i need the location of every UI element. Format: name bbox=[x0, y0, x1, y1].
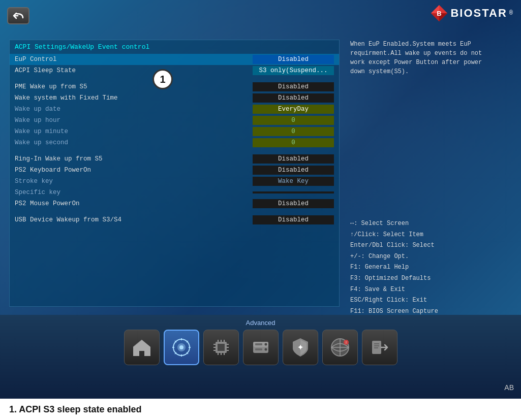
setting-row-ring[interactable]: Ring-In Wake up from S5 Disabled bbox=[10, 153, 339, 165]
back-button[interactable] bbox=[7, 7, 29, 24]
setting-row-stroke[interactable]: Stroke key Wake Key bbox=[10, 176, 339, 187]
setting-row-wake-minute[interactable]: Wake up minute 0 bbox=[10, 126, 339, 137]
tab-chipset[interactable] bbox=[203, 330, 239, 365]
setting-row-ps2-kbd[interactable]: PS2 Keyboard PowerOn Disabled bbox=[10, 165, 339, 176]
label-eup: EuP Control bbox=[15, 56, 253, 63]
svg-point-9 bbox=[179, 345, 183, 349]
tab-network[interactable]: ! bbox=[322, 330, 358, 365]
bios-screen: B BIOSTAR ® ACPI Settings/WakeUp Event c… bbox=[0, 0, 521, 315]
setting-row-acpi-sleep[interactable]: ACPI Sleep State S3 only(Suspend... bbox=[10, 65, 339, 76]
divider-3 bbox=[10, 209, 339, 214]
tab-exit[interactable] bbox=[362, 330, 397, 365]
main-panel: ACPI Settings/WakeUp Event control EuP C… bbox=[9, 40, 340, 307]
svg-text:B: B bbox=[437, 10, 442, 17]
value-pme: Disabled bbox=[253, 82, 334, 91]
label-usb-wake: USB Device Wakeup from S3/S4 bbox=[15, 216, 253, 223]
label-wake-date: Wake up date bbox=[15, 106, 253, 113]
svg-rect-29 bbox=[255, 348, 262, 350]
label-pme: PME Wake up from S5 bbox=[15, 83, 253, 90]
ab-badge: AB bbox=[504, 383, 514, 392]
setting-row-specific[interactable]: Specific key bbox=[10, 187, 339, 198]
label-wake-minute: Wake up minute bbox=[15, 128, 253, 135]
value-usb-wake: Disabled bbox=[253, 215, 334, 224]
value-wake-minute: 0 bbox=[253, 127, 334, 136]
value-stroke: Wake Key bbox=[253, 177, 334, 186]
tab-bar: Advanced bbox=[0, 315, 521, 399]
setting-row-pme[interactable]: PME Wake up from S5 Disabled bbox=[10, 81, 339, 92]
tab-icons-row: ✦ ! bbox=[124, 330, 397, 365]
value-ring: Disabled bbox=[253, 154, 334, 164]
value-wake-date: EveryDay bbox=[253, 105, 334, 114]
biostar-logo: B BIOSTAR ® bbox=[430, 4, 513, 22]
value-wake-second: 0 bbox=[253, 138, 334, 147]
setting-row-wake-date[interactable]: Wake up date EveryDay bbox=[10, 104, 339, 115]
right-panel: When EuP Enabled.System meets EuPrequirm… bbox=[350, 40, 513, 315]
label-specific: Specific key bbox=[15, 189, 253, 196]
value-ps2-mouse: Disabled bbox=[253, 199, 334, 208]
label-wake-second: Wake up second bbox=[15, 139, 253, 146]
panel-title: ACPI Settings/WakeUp Event control bbox=[10, 40, 339, 54]
divider-1 bbox=[10, 76, 339, 81]
svg-rect-28 bbox=[255, 343, 262, 345]
value-wake-fixed: Disabled bbox=[253, 93, 334, 103]
label-acpi-sleep: ACPI Sleep State bbox=[15, 67, 253, 74]
setting-row-wake-second[interactable]: Wake up second 0 bbox=[10, 137, 339, 148]
svg-point-26 bbox=[264, 343, 267, 346]
svg-text:✦: ✦ bbox=[297, 343, 303, 351]
settings-area: EuP Control Disabled ACPI Sleep State S3… bbox=[10, 54, 339, 225]
label-ps2-kbd: PS2 Keyboard PowerOn bbox=[15, 167, 253, 174]
trademark: ® bbox=[509, 10, 513, 17]
keys-text: ↔: Select Screen ↑/Click: Select Item En… bbox=[350, 218, 513, 315]
tab-section-label: Advanced bbox=[246, 319, 275, 327]
value-eup: Disabled bbox=[253, 55, 334, 64]
value-ps2-kbd: Disabled bbox=[253, 166, 334, 175]
svg-rect-36 bbox=[372, 341, 381, 354]
setting-row-eup[interactable]: EuP Control Disabled bbox=[10, 54, 339, 65]
caption-text: 1. ACPI S3 sleep state enabled bbox=[9, 404, 141, 415]
value-wake-hour: 0 bbox=[253, 116, 334, 125]
divider-2 bbox=[10, 148, 339, 153]
setting-row-wake-fixed[interactable]: Wake system with Fixed Time Disabled bbox=[10, 92, 339, 104]
value-acpi-sleep: S3 only(Suspend... bbox=[253, 66, 334, 75]
svg-text:!: ! bbox=[346, 341, 347, 344]
label-stroke: Stroke key bbox=[15, 178, 253, 185]
tab-security[interactable]: ✦ bbox=[283, 330, 318, 365]
logo-text: BIOSTAR bbox=[450, 7, 507, 20]
setting-row-ps2-mouse[interactable]: PS2 Mouse PowerOn Disabled bbox=[10, 198, 339, 209]
label-ps2-mouse: PS2 Mouse PowerOn bbox=[15, 200, 253, 207]
label-ring: Ring-In Wake up from S5 bbox=[15, 155, 253, 163]
label-wake-fixed: Wake system with Fixed Time bbox=[15, 94, 253, 102]
circle-number: 1 bbox=[152, 69, 173, 89]
help-text: When EuP Enabled.System meets EuPrequirm… bbox=[350, 40, 513, 76]
value-specific bbox=[253, 191, 334, 193]
tab-storage[interactable] bbox=[243, 330, 279, 365]
tab-advanced[interactable] bbox=[164, 330, 199, 365]
svg-point-27 bbox=[264, 348, 267, 351]
label-wake-hour: Wake up hour bbox=[15, 117, 253, 124]
setting-row-wake-hour[interactable]: Wake up hour 0 bbox=[10, 115, 339, 126]
tab-home[interactable] bbox=[124, 330, 160, 365]
setting-row-usb-wake[interactable]: USB Device Wakeup from S3/S4 Disabled bbox=[10, 214, 339, 225]
svg-rect-11 bbox=[218, 344, 225, 351]
bottom-caption: 1. ACPI S3 sleep state enabled bbox=[0, 399, 521, 420]
